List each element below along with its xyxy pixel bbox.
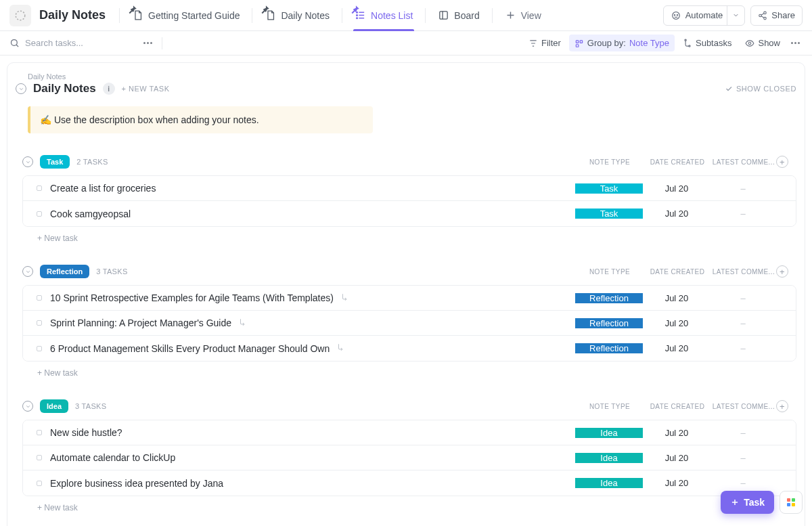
task-row[interactable]: New side hustle?IdeaJul 20– [23,420,796,445]
column-header-date-created[interactable]: DATE CREATED [644,403,711,410]
status-icon[interactable] [37,295,42,301]
share-button[interactable]: Share [750,5,803,26]
create-task-fab[interactable]: Task [721,491,774,514]
group-tag-reflection[interactable]: Reflection [40,265,89,278]
task-row[interactable]: 10 Sprint Retrospective Examples for Agi… [23,286,796,311]
svg-rect-13 [580,40,583,43]
latest-comment-cell: – [710,343,775,353]
subtask-icon [238,317,248,329]
note-type-cell[interactable]: Idea [575,478,643,488]
show-closed-button[interactable]: SHOW CLOSED [725,85,796,93]
group-tag-idea[interactable]: Idea [40,399,68,413]
tab-label: Getting Started Guide [148,10,240,21]
group-tag-task[interactable]: Task [40,155,70,169]
task-title: Create a list for groceries [50,183,575,194]
tab-label: Board [454,10,479,21]
board-icon [438,9,449,21]
status-icon[interactable] [37,185,42,191]
automate-button[interactable]: Automate [663,5,746,26]
svg-rect-14 [576,44,579,47]
latest-comment-cell: – [710,478,775,488]
show-button[interactable]: Show [740,35,786,51]
svg-point-10 [764,17,767,20]
new-task-row-button[interactable]: + New task [22,361,796,378]
new-task-row-button[interactable]: + New task [22,496,796,512]
column-header-latest-comment[interactable]: LATEST COMME... [711,158,776,166]
add-view-button[interactable]: View [497,0,549,31]
breadcrumb[interactable]: Daily Notes [28,72,796,81]
latest-comment-cell: – [710,428,775,438]
task-row[interactable]: 6 Product Management Skills Every Produc… [23,336,796,361]
task-title: New side hustle? [50,427,575,438]
filter-button[interactable]: Filter [523,35,566,51]
tab-notes-list[interactable]: Notes List [346,0,421,31]
svg-point-5 [672,12,679,19]
date-created-cell: Jul 20 [643,209,710,219]
svg-point-3 [357,18,358,19]
status-icon[interactable] [37,211,42,217]
task-title: Explore business idea presented by Jana [50,478,575,489]
tab-daily-notes[interactable]: Daily Notes [256,0,338,31]
search-placeholder: Search tasks... [25,38,83,48]
tab-getting-started-guide[interactable]: Getting Started Guide [124,0,248,31]
search-input[interactable]: Search tasks... [9,38,138,48]
chevron-down-icon[interactable] [727,6,744,25]
task-title: Automate calendar to ClickUp [50,452,575,463]
collapse-list-icon[interactable] [16,83,26,94]
group-count: 3 TASKS [96,267,127,276]
collapse-group-icon[interactable] [22,266,33,277]
svg-rect-12 [576,40,579,43]
task-row[interactable]: Sprint Planning: A Project Manager's Gui… [23,311,796,336]
tab-board[interactable]: Board [430,0,487,31]
status-icon[interactable] [37,481,42,486]
status-icon[interactable] [37,346,42,351]
subtasks-button[interactable]: Subtasks [677,35,737,51]
svg-point-8 [764,12,767,14]
info-icon[interactable]: i [103,83,115,95]
new-task-header-button[interactable]: + NEW TASK [122,85,170,93]
column-header-latest-comment[interactable]: LATEST COMME... [711,268,776,276]
svg-point-9 [759,14,762,17]
column-header-date-created[interactable]: DATE CREATED [644,158,711,166]
task-row[interactable]: Cook samgyeopsalTaskJul 20– [23,201,796,226]
tab-label: Daily Notes [281,10,330,21]
latest-comment-cell: – [710,293,775,303]
add-column-button[interactable]: + [776,265,788,278]
toolbar-more-icon[interactable] [788,39,803,47]
new-task-row-button[interactable]: + New task [22,227,796,243]
column-header-note-type[interactable]: NOTE TYPE [576,403,644,410]
collapse-group-icon[interactable] [22,156,33,167]
task-row[interactable]: Explore business idea presented by JanaI… [23,470,796,496]
note-type-cell[interactable]: Task [575,209,643,219]
status-icon[interactable] [37,430,42,435]
collapse-group-icon[interactable] [22,401,33,412]
task-row[interactable]: Automate calendar to ClickUpIdeaJul 20– [23,445,796,470]
note-type-cell[interactable]: Idea [575,428,643,438]
latest-comment-cell: – [710,318,775,328]
group-by-button[interactable]: Group by: Note Type [569,35,675,51]
date-created-cell: Jul 20 [643,318,710,328]
note-type-cell[interactable]: Idea [575,453,643,463]
group-count: 2 TASKS [76,158,108,166]
task-row[interactable]: Create a list for groceriesTaskJul 20– [23,176,796,201]
date-created-cell: Jul 20 [643,453,710,463]
add-view-label: View [521,10,541,21]
note-type-cell[interactable]: Reflection [575,343,643,353]
date-created-cell: Jul 20 [643,478,710,488]
column-header-latest-comment[interactable]: LATEST COMME... [711,403,776,410]
svg-point-0 [16,11,25,20]
note-type-cell[interactable]: Task [575,183,643,194]
note-type-cell[interactable]: Reflection [575,318,643,328]
apps-button[interactable] [780,491,803,514]
column-header-note-type[interactable]: NOTE TYPE [576,268,644,276]
add-column-button[interactable]: + [776,400,788,412]
add-column-button[interactable]: + [776,156,788,168]
status-icon[interactable] [37,320,42,326]
workspace-icon[interactable] [9,5,31,26]
search-more-icon[interactable] [141,39,155,47]
column-header-note-type[interactable]: NOTE TYPE [576,158,644,166]
column-header-date-created[interactable]: DATE CREATED [644,268,711,276]
svg-point-6 [674,14,675,15]
note-type-cell[interactable]: Reflection [575,293,643,303]
status-icon[interactable] [37,455,42,460]
